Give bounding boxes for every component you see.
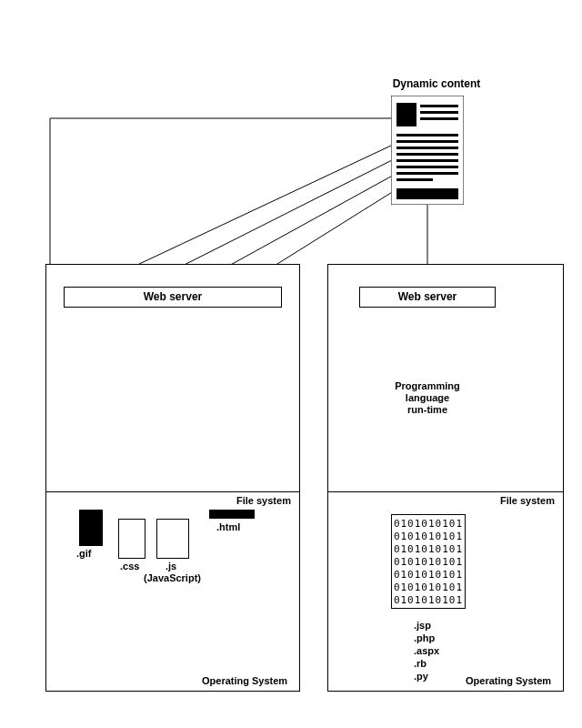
- file-html-icon: [209, 510, 255, 519]
- right-web-server-label: Web server: [359, 290, 496, 303]
- svg-rect-19: [396, 140, 458, 143]
- right-os-box: [327, 264, 564, 692]
- right-fs-divider: [327, 491, 564, 492]
- svg-rect-18: [396, 134, 458, 136]
- left-web-server-label: Web server: [64, 290, 282, 303]
- right-file-system-label: File system: [500, 495, 555, 506]
- svg-rect-20: [396, 147, 458, 149]
- diagram-canvas: Dynamic content File system Operating: [0, 0, 582, 728]
- file-js-sublabel: (JavaScript): [144, 572, 201, 583]
- file-js-label: .js: [166, 561, 176, 571]
- svg-rect-23: [396, 166, 458, 168]
- svg-rect-15: [420, 105, 458, 107]
- title-dynamic-content: Dynamic content: [382, 77, 491, 90]
- svg-rect-26: [396, 188, 458, 199]
- binary-text: 0101010101 0101010101 0101010101 0101010…: [392, 518, 465, 607]
- file-css-label: .css: [120, 561, 139, 571]
- document-icon: [391, 96, 464, 208]
- left-os-label: Operating System: [202, 675, 287, 686]
- binary-box: 0101010101 0101010101 0101010101 0101010…: [391, 514, 466, 609]
- svg-rect-24: [396, 172, 458, 175]
- file-gif-label: .gif: [76, 548, 92, 559]
- svg-rect-21: [396, 153, 458, 156]
- left-fs-divider: [45, 491, 300, 492]
- file-js-icon: [156, 519, 189, 559]
- svg-rect-16: [420, 111, 458, 114]
- svg-rect-22: [396, 159, 458, 162]
- file-css-icon: [118, 519, 146, 559]
- file-gif-icon: [79, 510, 103, 546]
- svg-rect-25: [396, 178, 433, 181]
- left-file-system-label: File system: [236, 495, 291, 506]
- right-os-label: Operating System: [466, 675, 551, 686]
- svg-rect-17: [420, 117, 458, 120]
- runtime-label: Programming language run-time: [382, 380, 473, 416]
- svg-rect-14: [396, 103, 416, 126]
- right-ext-list: .jsp .php .aspx .rb .py: [414, 619, 439, 682]
- file-html-label: .html: [216, 521, 240, 532]
- left-os-box: [45, 264, 300, 692]
